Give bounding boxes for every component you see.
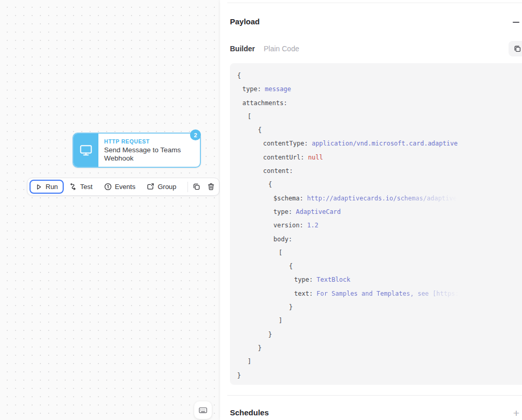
- node-icon-area: [74, 134, 98, 167]
- code-token: }: [258, 344, 262, 352]
- node-action-toolbar: Run Test Events Group: [27, 178, 220, 196]
- code-line: }: [237, 328, 522, 341]
- node-category-label: HTTP REQUEST: [104, 138, 195, 144]
- code-token: contentUrl:: [263, 154, 308, 161]
- code-token: type:: [242, 85, 265, 93]
- code-token: ]: [248, 358, 251, 365]
- code-token: message: [265, 85, 291, 93]
- copy-icon: [514, 45, 521, 53]
- payload-code-editor[interactable]: {type: messageattachments:[{contentType:…: [230, 63, 522, 385]
- code-token: TextBlock: [316, 276, 350, 283]
- group-button[interactable]: Group: [141, 180, 182, 194]
- code-line: [: [237, 246, 522, 259]
- code-line: body:: [237, 233, 522, 246]
- node-count-badge: 2: [190, 129, 201, 140]
- monitor-icon: [79, 143, 93, 157]
- code-line: attachments:: [237, 96, 522, 110]
- copy-icon: [193, 183, 200, 191]
- code-line: {: [237, 178, 522, 191]
- keyboard-shortcuts-button[interactable]: [194, 401, 212, 419]
- code-token: {: [289, 263, 293, 270]
- code-token: ]: [279, 317, 282, 324]
- code-token: type:: [273, 208, 296, 215]
- play-icon: [35, 183, 42, 191]
- code-line: {: [237, 259, 522, 273]
- code-token: body:: [273, 236, 292, 243]
- code-token: attachments:: [242, 99, 287, 107]
- code-line: ]: [237, 314, 522, 327]
- trash-icon: [207, 183, 215, 191]
- code-line: type: message: [237, 82, 522, 96]
- config-panel: Payload Builder Plain Code {type: messag…: [220, 0, 522, 420]
- code-line: {: [237, 69, 522, 82]
- code-token: 1.2: [307, 222, 318, 229]
- run-button-label: Run: [46, 183, 58, 191]
- test-button[interactable]: Test: [64, 180, 98, 194]
- code-line: contentType: application/vnd.microsoft.c…: [237, 137, 522, 150]
- code-token: null: [308, 154, 323, 161]
- code-line: content:: [237, 164, 522, 178]
- workflow-canvas[interactable]: HTTP REQUEST Send Message to Teams Webho…: [0, 0, 220, 420]
- code-line: {: [237, 123, 522, 137]
- code-editor: {type: messageattachments:[{contentType:…: [237, 69, 522, 382]
- events-button-label: Events: [115, 183, 136, 191]
- code-token: }: [237, 372, 241, 379]
- node-title: Send Message to Teams Webhook: [104, 146, 195, 163]
- code-token: [: [248, 113, 251, 120]
- workflow-node-http-request[interactable]: HTTP REQUEST Send Message to Teams Webho…: [72, 133, 201, 168]
- tab-plain-code[interactable]: Plain Code: [264, 45, 299, 53]
- code-token: type:: [294, 276, 316, 283]
- delete-node-button[interactable]: [206, 180, 217, 194]
- test-route-icon: [69, 183, 77, 191]
- code-line: [: [237, 110, 522, 123]
- events-count-icon: [104, 183, 112, 191]
- code-token: }: [268, 331, 272, 338]
- code-line: text: For Samples and Templates, see [ht…: [237, 287, 522, 300]
- collapse-payload-button[interactable]: [510, 17, 521, 28]
- code-line: version: 1.2: [237, 219, 522, 232]
- section-divider-top: [227, 3, 522, 3]
- code-token: $schema:: [273, 195, 307, 202]
- code-token: version:: [273, 222, 307, 229]
- code-token: text:: [294, 290, 316, 297]
- code-token: content:: [263, 167, 293, 175]
- events-button[interactable]: Events: [98, 180, 141, 194]
- group-icon: [147, 183, 154, 191]
- duplicate-node-button[interactable]: [191, 180, 202, 194]
- code-line: type: AdaptiveCard: [237, 205, 522, 219]
- code-token: {: [237, 72, 241, 79]
- code-token: AdaptiveCard: [296, 208, 341, 215]
- keyboard-icon: [198, 405, 208, 415]
- add-schedule-button[interactable]: +: [510, 407, 522, 419]
- code-token: }: [289, 303, 293, 311]
- section-divider-schedules: [227, 395, 522, 396]
- code-token: contentType:: [263, 140, 312, 147]
- code-token: http://adaptivecards.io/schemas/adaptive…: [307, 195, 464, 202]
- payload-editor-tabs: Builder Plain Code: [230, 45, 299, 53]
- group-button-label: Group: [157, 183, 176, 191]
- run-button[interactable]: Run: [30, 180, 64, 194]
- code-line: }: [237, 300, 522, 314]
- code-line: contentUrl: null: [237, 151, 522, 164]
- tab-builder[interactable]: Builder: [230, 45, 255, 53]
- code-token: {: [268, 181, 272, 188]
- minus-icon: [513, 22, 519, 23]
- payload-section-title: Payload: [230, 17, 260, 26]
- copy-payload-button[interactable]: [509, 41, 522, 56]
- toolbar-divider: [187, 182, 188, 192]
- code-token: {: [258, 126, 262, 134]
- code-token: [: [279, 249, 282, 256]
- code-line: ]: [237, 355, 522, 368]
- test-button-label: Test: [80, 183, 93, 191]
- code-line: }: [237, 369, 522, 382]
- schedules-section-title: Schedules: [230, 408, 269, 417]
- code-line: }: [237, 341, 522, 355]
- code-line: type: TextBlock: [237, 273, 522, 286]
- code-line: $schema: http://adaptivecards.io/schemas…: [237, 192, 522, 205]
- plus-icon: +: [513, 408, 519, 418]
- code-token: application/vnd.microsoft.card.adaptive: [312, 140, 458, 147]
- code-token: For Samples and Templates, see [https://: [316, 290, 466, 297]
